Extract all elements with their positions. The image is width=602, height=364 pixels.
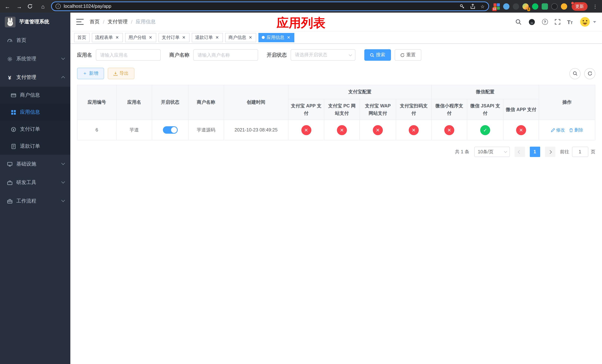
password-key-icon[interactable] [460, 3, 465, 9]
github-icon[interactable] [528, 18, 535, 25]
help-icon[interactable]: ? [542, 19, 548, 25]
tab-merchant-info[interactable]: 商户信息 ✕ [225, 33, 256, 42]
browser-menu-icon[interactable]: ⋮ [592, 3, 598, 9]
col-header-created: 创建时间 [224, 85, 288, 120]
add-button[interactable]: ＋ 新增 [77, 68, 104, 79]
grid-icon [10, 109, 16, 115]
goto-unit-label: 页 [591, 149, 595, 155]
extension-grid-icon[interactable]: 10 [494, 3, 500, 10]
tab-refund-orders[interactable]: 退款订单 ✕ [192, 33, 223, 42]
col-header-ops: 操作 [539, 85, 595, 120]
merchant-name-input[interactable] [193, 49, 258, 61]
tab-user-group[interactable]: 用户分组 ✕ [125, 33, 156, 42]
emoji-extension-icon[interactable] [561, 3, 567, 10]
enabled-toggle[interactable] [163, 126, 178, 134]
col-header-alipay-qr: 支付宝扫码支付 [396, 99, 431, 120]
address-bar[interactable]: i localhost:1024/pay/app ☆ [51, 1, 489, 11]
gear-icon [7, 56, 13, 62]
sidebar-item-label: 退款订单 [20, 143, 40, 150]
refresh-table-button[interactable] [584, 68, 595, 79]
prev-page-button[interactable] [515, 147, 525, 157]
app-logo[interactable]: 芋道管理系统 [0, 13, 70, 31]
app-title: 芋道管理系统 [19, 19, 49, 25]
goto-page-input[interactable] [572, 147, 588, 157]
close-icon[interactable]: ✕ [215, 35, 220, 40]
close-icon[interactable]: ✕ [148, 35, 153, 40]
per-page-select[interactable]: 10条/页 [474, 147, 510, 157]
tab-home[interactable]: 首页 [74, 33, 90, 42]
delete-button[interactable]: 删除 [569, 127, 583, 133]
monitor-icon [7, 161, 13, 167]
close-icon[interactable]: ✕ [286, 35, 291, 40]
status-icon [444, 125, 454, 135]
sidebar-item-infra[interactable]: 基础设施 [0, 155, 70, 173]
status-label: 开启状态 [267, 52, 287, 58]
col-header-alipay-wap: 支付宝 WAP 网站支付 [360, 99, 396, 120]
sidebar-item-label: 支付管理 [16, 74, 36, 81]
close-icon[interactable]: ✕ [248, 35, 253, 40]
search-button[interactable]: 搜索 [364, 49, 391, 61]
bookmark-star-icon[interactable]: ☆ [481, 3, 485, 9]
font-size-icon[interactable]: TT [567, 19, 573, 25]
current-page[interactable]: 1 [530, 147, 540, 157]
fullscreen-icon[interactable] [554, 19, 560, 25]
sidebar-item-devtools[interactable]: 研发工具 [0, 173, 70, 192]
tab-app-info[interactable]: 应用信息 ✕ [258, 33, 294, 42]
green-extension-icon[interactable] [542, 3, 548, 10]
breadcrumb-home[interactable]: 首页 [90, 19, 100, 25]
sidebar: 芋道管理系统 首页 系统管理 ¥ 支付管理 商户信息 [0, 13, 70, 364]
status-icon [337, 125, 347, 135]
breadcrumb: 首页 / 支付管理 / 应用信息 [90, 19, 156, 25]
sidebar-item-pay-orders[interactable]: 支付订单 [0, 121, 70, 138]
refresh-icon[interactable] [27, 4, 35, 9]
sidebar-item-payment[interactable]: ¥ 支付管理 [0, 68, 70, 87]
page-annotation: 应用列表 [277, 15, 325, 32]
chevron-down-icon [61, 180, 65, 183]
dark-extension-icon[interactable] [513, 3, 519, 10]
export-button[interactable]: 导出 [108, 68, 134, 79]
sidebar-item-refund-orders[interactable]: 退款订单 [0, 138, 70, 155]
sidebar-item-label: 基础设施 [16, 161, 36, 167]
sidebar-item-system[interactable]: 系统管理 [0, 50, 70, 68]
site-info-icon[interactable]: i [55, 4, 61, 9]
sidebar-item-label: 系统管理 [16, 55, 36, 62]
sidebar-item-merchant-info[interactable]: 商户信息 [0, 87, 70, 104]
sidebar-item-home[interactable]: 首页 [0, 31, 70, 50]
profile-extension-icon[interactable]: 1 [522, 3, 529, 10]
share-icon[interactable] [470, 3, 475, 9]
chevron-down-icon [349, 53, 352, 56]
logo-rabbit-icon [5, 16, 16, 27]
app-name-input[interactable] [96, 49, 161, 61]
col-header-alipay-app: 支付宝 APP 支付 [288, 99, 324, 120]
sidebar-item-label: 工作流程 [16, 198, 36, 204]
user-menu[interactable] [580, 16, 596, 27]
sidebar-item-app-info[interactable]: 应用信息 [0, 104, 70, 121]
tab-pay-orders[interactable]: 支付订单 ✕ [159, 33, 190, 42]
close-icon[interactable]: ✕ [182, 35, 186, 40]
breadcrumb-payment[interactable]: 支付管理 [108, 19, 128, 25]
puzzle-extension-icon[interactable] [551, 3, 558, 10]
tab-process-form[interactable]: 流程表单 ✕ [92, 33, 123, 42]
col-header-alipay-pc: 支付宝 PC 网站支付 [324, 99, 360, 120]
reset-button[interactable]: 重置 [395, 49, 421, 61]
col-group-wechat: 微信配置 [431, 85, 539, 99]
briefcase-icon [7, 198, 13, 204]
sidebar-collapse-icon[interactable] [76, 19, 84, 25]
close-icon[interactable]: ✕ [115, 35, 119, 40]
active-dot [262, 36, 265, 39]
forward-icon[interactable]: → [16, 3, 23, 10]
chrome-update-button[interactable]: 更新 [572, 2, 588, 11]
filter-form: 应用名 商户名称 开启状态 请选择开启状态 搜索 [77, 49, 595, 61]
status-select[interactable]: 请选择开启状态 [290, 49, 355, 61]
total-count: 共 1 条 [455, 149, 469, 155]
gem-extension-icon[interactable] [503, 3, 509, 10]
back-icon[interactable]: ← [4, 3, 11, 10]
sidebar-item-workflow[interactable]: 工作流程 [0, 192, 70, 210]
home-icon[interactable]: ⌂ [39, 3, 47, 10]
next-page-button[interactable] [545, 147, 555, 157]
toggle-search-button[interactable] [570, 68, 580, 79]
search-icon[interactable] [515, 19, 521, 25]
edit-button[interactable]: 修改 [551, 127, 565, 133]
wechat-devtools-icon[interactable] [532, 3, 538, 10]
document-icon [10, 143, 16, 149]
